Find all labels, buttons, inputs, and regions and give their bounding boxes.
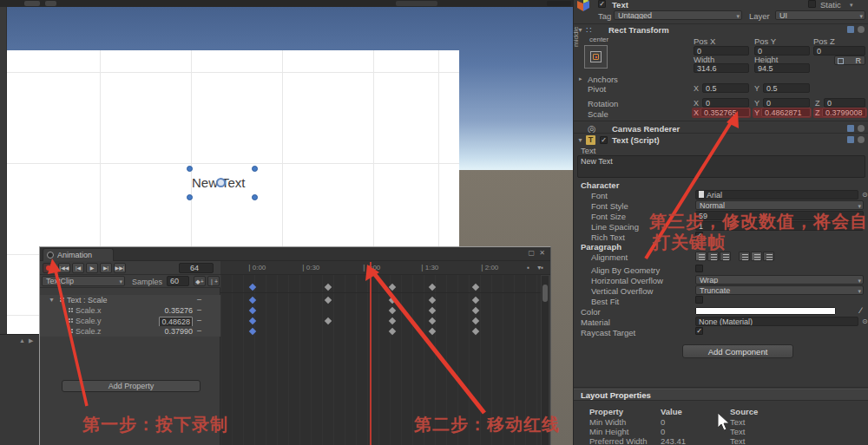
track-row[interactable]: Scale.z0.37990– [40, 326, 220, 337]
font-style-dropdown[interactable]: Normal▾ [695, 200, 864, 210]
keyframe-menu-icon[interactable]: – [197, 305, 201, 314]
next-frame-button[interactable]: ▶| [100, 263, 112, 273]
add-keyframe-button[interactable]: ◆+ [194, 276, 206, 286]
align-top-button[interactable] [739, 252, 750, 261]
component-title: Rect Transform [608, 25, 669, 35]
toolbar-widget[interactable] [45, 1, 56, 6]
keyframe-menu-icon[interactable]: – [197, 295, 201, 304]
panel-icon[interactable]: ▶ [29, 337, 33, 344]
static-checkbox[interactable] [808, 0, 816, 8]
layout-properties-title: Layout Properties [581, 390, 651, 400]
scale-z-field[interactable]: 0.3799008 [822, 108, 866, 117]
rect-handle[interactable] [252, 194, 258, 200]
window-options-icon[interactable]: ▢ [528, 250, 535, 257]
unity-editor: New Text ▲ ▶ Animation ▢ ✕ |◀◀ |◀ [0, 0, 868, 445]
selected-text-element[interactable]: New Text [189, 168, 255, 198]
rotation-y-field[interactable]: 0 [763, 98, 810, 108]
component-enabled-checkbox[interactable]: ✓ [600, 136, 608, 144]
line-spacing-field[interactable]: 1 [695, 221, 864, 231]
tab-animation[interactable]: Animation [43, 248, 114, 261]
curves-icon[interactable]: ▾▪ [537, 265, 543, 272]
scale-x-field[interactable]: 0.352765 [700, 108, 750, 117]
rich-text-checkbox[interactable]: ✓ [695, 232, 703, 239]
align-center-button[interactable] [707, 252, 719, 261]
component-menu-icons[interactable] [847, 125, 865, 133]
timeline-ruler[interactable]: ❘0:00❘0:30❘1:00❘1:30❘2:00 [220, 261, 550, 275]
material-field[interactable]: None (Material) [695, 317, 858, 326]
rect-handle[interactable] [252, 166, 258, 172]
v-overflow-value: Truncate [700, 286, 730, 295]
track-value[interactable]: 0.37990 [164, 327, 193, 336]
color-label: Color [581, 307, 601, 317]
scrollbar-thumb[interactable] [542, 285, 548, 302]
current-frame-field[interactable]: 64 [179, 263, 214, 273]
keyframe-menu-icon[interactable]: – [197, 326, 201, 335]
track-row[interactable]: ▼Text : Scale– [40, 295, 220, 305]
text-value-area[interactable]: New Text [577, 155, 865, 178]
height-field[interactable]: 94.5 [754, 63, 810, 73]
foldout-icon[interactable]: ▼ [577, 137, 583, 143]
pivot-x-field[interactable]: 0.5 [702, 83, 749, 93]
go-to-end-button[interactable]: ▶▶| [114, 263, 126, 273]
align-right-button[interactable] [720, 252, 731, 261]
object-picker-icon[interactable]: ⊙ [862, 317, 868, 325]
clip-dropdown[interactable]: TextClip ▾ [42, 276, 125, 286]
samples-field[interactable]: 60 [167, 276, 189, 286]
align-left-button[interactable] [695, 252, 707, 261]
chevron-down-icon[interactable]: ▾ [850, 2, 853, 9]
horizontal-overflow-dropdown[interactable]: Wrap▾ [695, 275, 864, 285]
rotation-x-field[interactable]: 0 [702, 98, 749, 108]
best-fit-checkbox[interactable] [695, 296, 703, 304]
go-to-start-button[interactable]: |◀◀ [58, 263, 70, 273]
rich-text-label: Rich Text [591, 232, 625, 242]
tag-dropdown[interactable]: Untagged▾ [614, 10, 742, 20]
track-row[interactable]: Scale.x0.35276– [40, 305, 220, 316]
previous-frame-button[interactable]: |◀ [72, 263, 84, 273]
eyedropper-icon[interactable]: ∕ [860, 305, 862, 315]
playhead[interactable] [370, 262, 372, 445]
add-component-button[interactable]: Add Component [682, 344, 793, 358]
lp-row-source: Text [730, 417, 745, 427]
rect-handle[interactable] [187, 194, 193, 200]
rect-handle[interactable] [187, 166, 193, 172]
track-row[interactable]: Scale.y0.48628– [40, 316, 220, 326]
component-menu-icons[interactable] [847, 26, 865, 34]
font-field[interactable]: Arial [695, 190, 858, 200]
dopesheet[interactable] [220, 275, 541, 445]
track-value[interactable]: 0.35276 [164, 306, 193, 315]
play-button[interactable]: ▶ [86, 263, 98, 273]
anchor-preset-widget[interactable] [584, 45, 608, 69]
rotation-z-field[interactable]: 0 [824, 98, 865, 108]
align-by-geometry-checkbox[interactable] [695, 265, 703, 272]
pivot-y-field[interactable]: 0.5 [763, 83, 810, 93]
raycast-target-checkbox[interactable]: ✓ [695, 327, 703, 335]
raw-edit-button[interactable]: R [834, 56, 865, 65]
layer-dropdown[interactable]: UI▾ [775, 10, 865, 20]
dopesheet-scrollbar[interactable] [542, 276, 549, 445]
vertical-overflow-dropdown[interactable]: Truncate▾ [695, 285, 864, 295]
panel-icon[interactable]: ▲ [19, 337, 25, 344]
window-close-icon[interactable]: ✕ [539, 250, 545, 257]
component-menu-icons[interactable] [847, 136, 865, 144]
dopesheet-icon[interactable]: ▪ [527, 265, 529, 272]
align-bottom-button[interactable] [763, 252, 774, 261]
active-checkbox[interactable]: ✓ [598, 0, 606, 8]
pivot-handle[interactable] [216, 178, 226, 187]
color-swatch[interactable] [695, 307, 836, 315]
width-field[interactable]: 314.6 [694, 63, 749, 73]
shaded-dropdown-sliver[interactable] [396, 1, 437, 6]
toolbar-widget[interactable] [24, 1, 40, 6]
record-button[interactable] [43, 263, 55, 273]
add-event-button[interactable]: ❘+ [207, 276, 220, 286]
font-size-field[interactable]: 59 [695, 211, 864, 220]
foldout-icon[interactable]: ▼ [49, 297, 55, 303]
align-middle-button[interactable] [751, 252, 762, 261]
animation-clock-icon [47, 252, 54, 258]
anchors-foldout-icon[interactable]: ▸ [579, 75, 582, 82]
toolbar-widget[interactable] [547, 1, 571, 6]
object-picker-icon[interactable]: ⊙ [862, 191, 868, 199]
add-property-button[interactable]: Add Property [62, 380, 201, 392]
keyframe-menu-icon[interactable]: – [197, 316, 201, 324]
pos-z-field[interactable]: 0 [813, 46, 865, 56]
scale-y-field[interactable]: 0.4862871 [761, 108, 811, 117]
